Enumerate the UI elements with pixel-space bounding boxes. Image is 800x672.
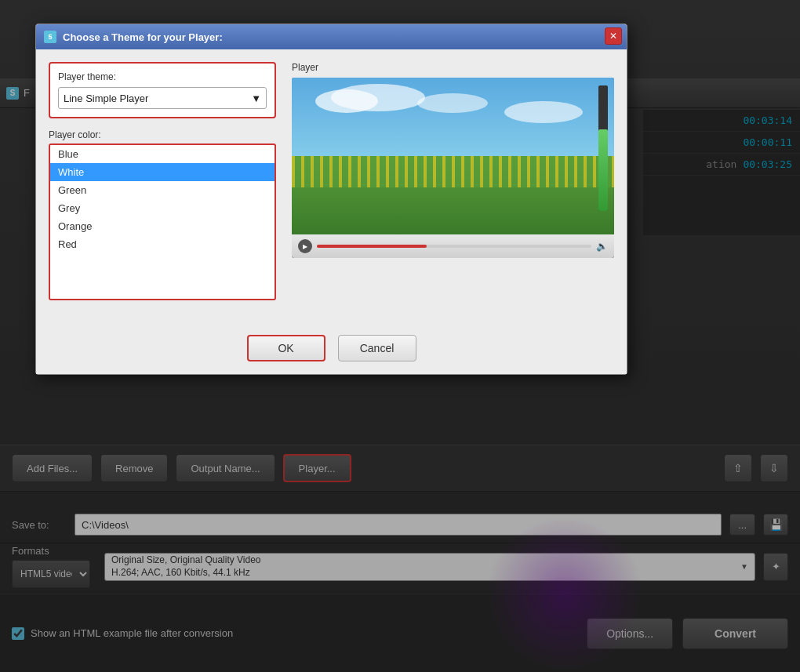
progress-track[interactable] <box>317 245 591 248</box>
dialog-right-column: Player <box>292 62 614 311</box>
dialog-close-button[interactable]: ✕ <box>605 27 622 45</box>
color-section: Player color: BlueWhiteGreenGreyOrangeRe… <box>49 129 276 300</box>
color-item-white[interactable]: White <box>50 163 275 181</box>
theme-section: Player theme: Line Simple Player ▼ <box>49 62 276 118</box>
color-item-grey[interactable]: Grey <box>50 199 275 217</box>
dialog-left-column: Player theme: Line Simple Player ▼ Playe… <box>49 62 276 311</box>
preview-image <box>292 78 614 234</box>
color-item-green[interactable]: Green <box>50 181 275 199</box>
color-item-blue[interactable]: Blue <box>50 145 275 163</box>
theme-dropdown[interactable]: Line Simple Player ▼ <box>58 87 267 109</box>
player-preview: ▶ 🔈 <box>292 78 614 258</box>
ok-button[interactable]: OK <box>247 335 325 361</box>
theme-label: Player theme: <box>58 71 267 82</box>
color-item-orange[interactable]: Orange <box>50 217 275 235</box>
dialog-content: Player theme: Line Simple Player ▼ Playe… <box>36 49 627 374</box>
theme-dropdown-value: Line Simple Player <box>64 93 148 104</box>
choose-theme-dialog: 5 Choose a Theme for your Player: ✕ Play… <box>35 24 627 375</box>
cancel-button[interactable]: Cancel <box>338 335 416 361</box>
color-listbox[interactable]: BlueWhiteGreenGreyOrangeRed <box>49 143 276 300</box>
theme-dropdown-arrow: ▼ <box>251 93 261 104</box>
dialog-columns: Player theme: Line Simple Player ▼ Playe… <box>49 62 614 311</box>
dialog-title-icon: 5 <box>44 31 56 43</box>
volume-fill <box>598 129 608 211</box>
preview-flowers <box>292 156 614 187</box>
volume-icon: 🔈 <box>596 241 608 252</box>
dialog-buttons: OK Cancel <box>49 327 614 361</box>
color-item-red[interactable]: Red <box>50 235 275 253</box>
volume-bar <box>598 85 608 211</box>
dialog-titlebar: 5 Choose a Theme for your Player: ✕ <box>36 24 627 49</box>
play-button-small[interactable]: ▶ <box>298 239 312 253</box>
progress-fill <box>317 245 427 248</box>
player-preview-label: Player <box>292 62 614 73</box>
color-label: Player color: <box>49 129 276 140</box>
dialog-title-text: Choose a Theme for your Player: <box>63 31 223 43</box>
player-controls: ▶ 🔈 <box>292 234 614 258</box>
